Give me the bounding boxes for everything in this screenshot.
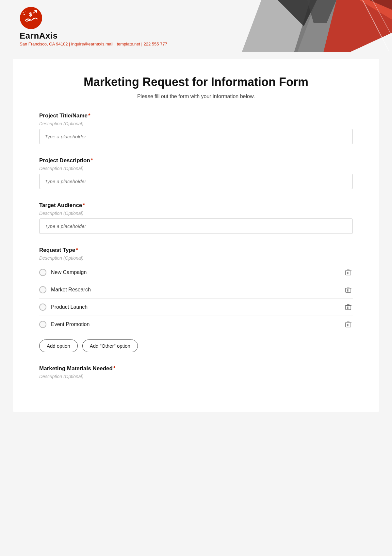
marketing-materials-desc: Description (Optional) (39, 374, 353, 379)
project-description-label: Project Description* (39, 157, 353, 164)
svg-rect-19 (346, 288, 351, 292)
add-option-row: Add option Add "Other" option (39, 339, 353, 352)
svg-point-12 (23, 12, 24, 13)
radio-left: New Campaign (39, 269, 87, 276)
radio-option-row: New Campaign (39, 264, 353, 281)
option-label-new-campaign: New Campaign (51, 269, 87, 275)
project-title-input[interactable] (39, 129, 353, 144)
option-label-market-research: Market Research (51, 287, 91, 293)
project-title-label: Project Title/Name* (39, 113, 353, 119)
form-subtitle: Please fill out the form with your infor… (39, 94, 353, 99)
earnaxis-logo-icon: $ (20, 7, 42, 29)
svg-text:$: $ (29, 12, 32, 17)
radio-button-event-promotion[interactable] (39, 321, 46, 328)
header-decoration (212, 0, 392, 52)
radio-options: New Campaign (39, 264, 353, 333)
svg-rect-24 (346, 305, 351, 310)
brand-name: EarnAxis (20, 31, 167, 41)
logo-area: $ EarnAxis San Francisco, CA 94102 | inq… (20, 7, 167, 46)
svg-rect-29 (346, 323, 351, 327)
radio-option-row: Event Promotion (39, 316, 353, 333)
delete-icon-market-research[interactable] (344, 285, 353, 294)
header: $ EarnAxis San Francisco, CA 94102 | inq… (0, 0, 392, 59)
request-type-desc: Description (Optional) (39, 255, 353, 261)
target-audience-label: Target Audience* (39, 202, 353, 209)
target-audience-input[interactable] (39, 218, 353, 234)
option-label-event-promotion: Event Promotion (51, 321, 90, 327)
option-label-product-launch: Product Launch (51, 304, 88, 310)
radio-left: Market Research (39, 286, 91, 293)
page-wrapper: $ EarnAxis San Francisco, CA 94102 | inq… (0, 0, 392, 556)
project-description-desc: Description (Optional) (39, 166, 353, 171)
request-type-label: Request Type* (39, 247, 353, 253)
radio-left: Product Launch (39, 304, 88, 311)
radio-button-new-campaign[interactable] (39, 269, 46, 276)
marketing-materials-label: Marketing Materials Needed* (39, 365, 353, 372)
delete-icon-product-launch[interactable] (344, 303, 353, 312)
target-audience-section: Target Audience* Description (Optional) (39, 202, 353, 234)
project-description-section: Project Description* Description (Option… (39, 157, 353, 189)
brand-contact: San Francisco, CA 94102 | inquire@earnax… (20, 42, 167, 46)
delete-icon-new-campaign[interactable] (344, 268, 353, 277)
svg-point-11 (24, 14, 25, 15)
radio-option-row: Product Launch (39, 299, 353, 316)
radio-option-row: Market Research (39, 281, 353, 299)
form-title: Marketing Request for Information Form (39, 75, 353, 89)
request-type-section: Request Type* Description (Optional) New… (39, 247, 353, 352)
svg-rect-14 (346, 271, 351, 275)
add-option-button[interactable]: Add option (39, 339, 78, 352)
svg-point-13 (25, 11, 26, 12)
project-title-section: Project Title/Name* Description (Optiona… (39, 113, 353, 144)
main-content: Marketing Request for Information Form P… (13, 59, 379, 412)
target-audience-desc: Description (Optional) (39, 211, 353, 216)
project-description-input[interactable] (39, 174, 353, 189)
project-title-description: Description (Optional) (39, 121, 353, 126)
radio-button-market-research[interactable] (39, 286, 46, 293)
svg-point-9 (20, 7, 42, 29)
add-other-option-button[interactable]: Add "Other" option (82, 339, 138, 352)
radio-left: Event Promotion (39, 321, 90, 328)
marketing-materials-section: Marketing Materials Needed* Description … (39, 365, 353, 379)
radio-button-product-launch[interactable] (39, 304, 46, 311)
delete-icon-event-promotion[interactable] (344, 320, 353, 329)
